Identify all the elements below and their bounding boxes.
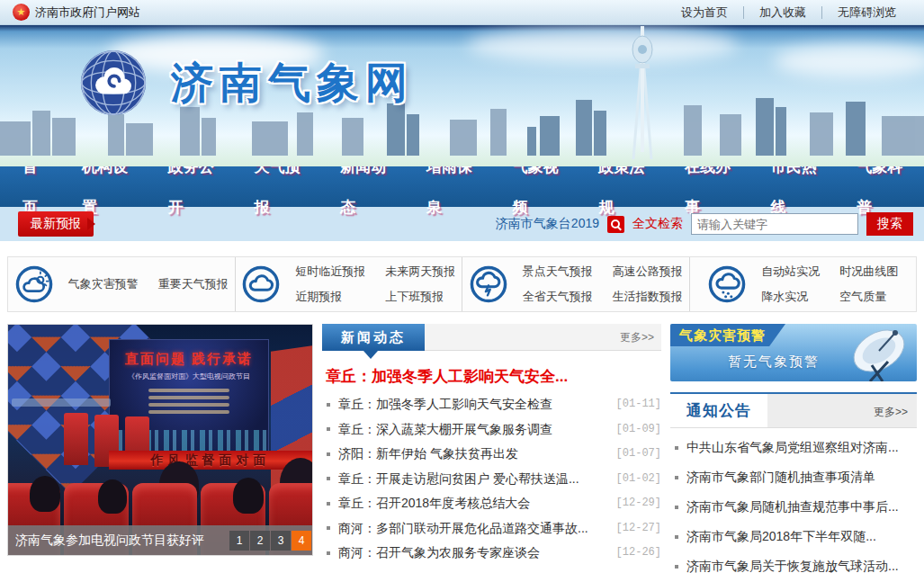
news-item[interactable]: 章丘：开展走访慰问贫困户 爱心帮扶送温... [01-02] (322, 467, 661, 492)
notice-title[interactable]: 济南市气象局随机抽查规范事中事后... (686, 492, 917, 522)
notice-item[interactable]: 济南市气象局随机抽查规范事中事后... (670, 492, 917, 522)
news-title[interactable]: 商河：召开气象为农服务专家座谈会 (338, 541, 609, 566)
notice-item[interactable]: 中共山东省气象局党组巡察组对济南... (670, 433, 917, 462)
news-section: 新闻动态 更多>> 章丘：加强冬季人工影响天气安全... 章丘：加强冬季人工影响… (322, 324, 661, 573)
news-title[interactable]: 济阳：新年伊始 气象扶贫再出发 (338, 442, 609, 467)
quick-link[interactable]: 降水实况 (761, 289, 820, 305)
news-title[interactable]: 商河：多部门联动开展危化品道路交通事故... (338, 516, 609, 542)
news-headline[interactable]: 章丘：加强冬季人工影响天气安全... (322, 366, 661, 387)
quick-link[interactable]: 生活指数预报 (613, 289, 683, 305)
topbar-link[interactable]: 设为首页 (666, 6, 743, 19)
topbar-links: 设为首页加入收藏无障碍浏览 (666, 6, 911, 19)
quick-link[interactable]: 上下班预报 (385, 289, 455, 305)
quick-link-group: 短时临近预报未来两天预报近期预报上下班预报 (235, 257, 462, 311)
quick-link[interactable]: 全省天气预报 (523, 289, 593, 305)
site-banner: 济南气象网 (0, 25, 924, 166)
quick-link[interactable]: 短时临近预报 (295, 264, 365, 280)
notice-title[interactable]: 济南市气象部门随机抽查事项清单 (686, 462, 917, 492)
right-sidebar: 气象灾害预警 暂无气象预警 通知公告 更多>> 中共山东省气象局党组巡察组对济南… (670, 324, 917, 573)
notices-header: 通知公告 更多>> (670, 394, 917, 428)
weather-bureau-logo-icon (79, 49, 148, 117)
news-header: 新闻动态 更多>> (322, 324, 661, 351)
quick-link[interactable]: 未来两天预报 (385, 264, 455, 280)
notice-item[interactable]: 济南市气象局2018年下半年双随... (670, 522, 917, 551)
bullet-icon (327, 502, 330, 506)
carousel-page[interactable]: 2 (250, 531, 270, 551)
news-date: [12-27] (616, 516, 661, 542)
news-item[interactable]: 章丘：召开2018年度考核总结大会 [12-29] (322, 491, 661, 516)
warning-status: 暂无气象预警 (728, 354, 820, 371)
quick-link[interactable]: 时况曲线图 (839, 264, 898, 280)
quick-links-bar: 气象灾害预警重要天气预报 短时临近预报未来两天预报近期预报上下班预报 景点天气预… (7, 256, 917, 312)
thunder-cloud-icon (469, 264, 508, 304)
carousel-pagination: 1234 (229, 531, 311, 551)
audience-silhouette (30, 476, 60, 512)
notice-title[interactable]: 中共山东省气象局党组巡察组对济南... (686, 433, 917, 462)
news-more-link[interactable]: 更多>> (620, 324, 654, 351)
notice-item[interactable]: 济南市气象部门随机抽查事项清单 (670, 462, 917, 492)
news-title[interactable]: 章丘：召开2018年度考核总结大会 (338, 491, 609, 516)
carousel-page[interactable]: 3 (271, 531, 291, 551)
carousel-caption-bar: 济南气象参加电视问政节目获好评 1234 (8, 525, 312, 555)
fulltext-search-link[interactable]: 全文检索 (632, 216, 683, 232)
notices-more-link[interactable]: 更多>> (874, 406, 908, 418)
audience-silhouette (98, 479, 127, 514)
news-item[interactable]: 章丘：深入蔬菜大棚开展气象服务调查 [01-09] (322, 417, 661, 443)
weather-warning-box[interactable]: 气象灾害预警 暂无气象预警 (670, 324, 917, 381)
main-nav: 首页机构设置政务公开天气预报新闻动态增雨保泉气象视频政策法规在线办事市民热线气象… (0, 166, 924, 207)
carousel-page[interactable]: 1 (229, 531, 249, 551)
screen-text-lines (148, 389, 229, 414)
sun-cloud-icon (14, 264, 54, 304)
photo-carousel[interactable]: 直面问题 践行承诺 《作风监督面对面》大型电视问政节目 作风监督面对面 济南气象… (7, 324, 313, 556)
news-list: 章丘：加强冬季人工影响天气安全检查 [01-11] 章丘：深入蔬菜大棚开展气象服… (322, 392, 661, 566)
quick-link[interactable]: 景点天气预报 (523, 264, 593, 280)
topbar-link[interactable]: 加入收藏 (743, 6, 821, 19)
cloud-icon (241, 264, 281, 304)
screen-title: 直面问题 践行承诺 (110, 351, 268, 368)
news-item[interactable]: 济阳：新年伊始 气象扶贫再出发 [01-07] (322, 442, 661, 467)
news-date: [12-29] (616, 491, 661, 516)
quick-link-group: 自动站实况时况曲线图降水实况空气质量 (689, 257, 917, 311)
latest-forecast-button[interactable]: 最新预报 (18, 211, 94, 237)
rain-cloud-icon (707, 264, 747, 304)
news-title[interactable]: 章丘：开展走访慰问贫困户 爱心帮扶送温... (338, 467, 609, 492)
tab-news[interactable]: 新闻动态 (322, 324, 425, 351)
bullet-icon (675, 565, 678, 569)
topbar-link[interactable]: 无障碍浏览 (821, 6, 911, 19)
bullet-icon (675, 446, 678, 450)
bullet-icon (327, 403, 330, 407)
news-title[interactable]: 章丘：深入蔬菜大棚开展气象服务调查 (338, 417, 609, 443)
notice-title[interactable]: 济南市气象局2018年下半年双随... (686, 522, 917, 551)
notice-title[interactable]: 济南市气象局关于恢复施放气球活动... (686, 551, 917, 573)
quick-link[interactable]: 近期预报 (295, 289, 365, 305)
quick-link[interactable]: 气象灾害预警 (68, 276, 139, 292)
quick-link-group: 景点天气预报高速公路预报全省天气预报生活指数预报 (462, 257, 689, 311)
notices-section: 通知公告 更多>> 中共山东省气象局党组巡察组对济南... 济南市气象部门随机抽… (670, 392, 917, 573)
quick-link-group: 气象灾害预警重要天气预报 (8, 257, 235, 311)
search-button[interactable]: 搜索 (866, 212, 913, 236)
site-title: 济南气象网 (171, 55, 414, 112)
search-input[interactable] (691, 213, 858, 235)
bullet-icon (327, 551, 330, 555)
screen-subtitle: 《作风监督面对面》大型电视问政节目 (110, 372, 268, 381)
news-item[interactable]: 商河：召开气象为农服务专家座谈会 [12-26] (322, 541, 661, 566)
notices-list: 中共山东省气象局党组巡察组对济南... 济南市气象部门随机抽查事项清单 济南市气… (670, 428, 917, 573)
bullet-icon (675, 476, 678, 479)
news-title[interactable]: 章丘：加强冬季人工影响天气安全检查 (338, 392, 609, 417)
gov-portal-link[interactable]: ★ 济南市政府门户网站 (13, 4, 140, 21)
cloud-decoration (774, 45, 924, 77)
notice-item[interactable]: 济南市气象局关于恢复施放气球活动... (670, 551, 917, 573)
quick-link[interactable]: 重要天气预报 (158, 276, 229, 292)
carousel-photo[interactable]: 直面问题 践行承诺 《作风监督面对面》大型电视问政节目 作风监督面对面 (8, 325, 312, 555)
news-date: [01-11] (616, 392, 661, 417)
carousel-page[interactable]: 4 (292, 531, 311, 551)
quick-link[interactable]: 自动站实况 (761, 264, 820, 280)
quick-link[interactable]: 空气质量 (839, 289, 898, 305)
news-date: [01-07] (616, 442, 661, 467)
site-brand: 济南气象网 (79, 49, 414, 117)
carousel-caption[interactable]: 济南气象参加电视问政节目获好评 (15, 533, 229, 549)
led-banner: 作风监督面对面 (109, 451, 312, 470)
news-item[interactable]: 章丘：加强冬季人工影响天气安全检查 [01-11] (322, 392, 661, 417)
quick-link[interactable]: 高速公路预报 (613, 264, 683, 280)
news-item[interactable]: 商河：多部门联动开展危化品道路交通事故... [12-27] (322, 516, 661, 542)
